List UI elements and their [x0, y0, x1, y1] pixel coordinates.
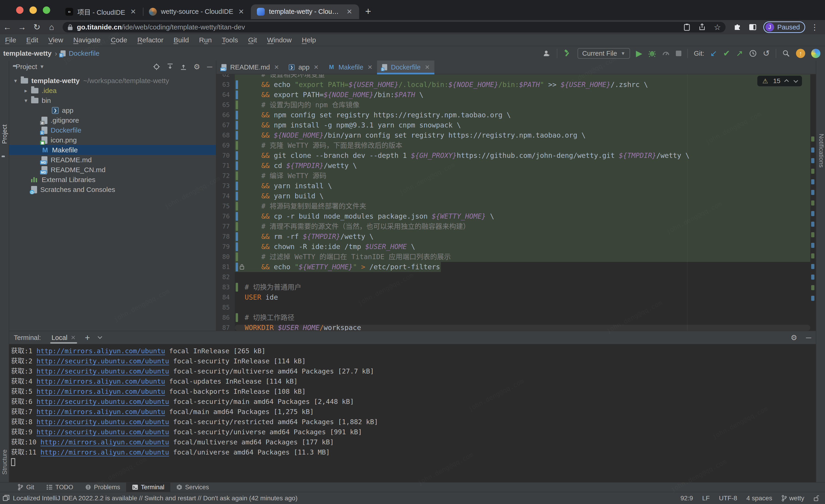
collapse-all-icon[interactable] — [180, 63, 187, 70]
tree-item-ScratchesandConsoles[interactable]: ◷Scratches and Consoles — [9, 185, 216, 194]
run-icon[interactable]: ▶ — [636, 49, 643, 58]
tool-window-button-problems[interactable]: Problems — [79, 483, 126, 492]
menu-git[interactable]: Git — [243, 36, 262, 44]
code-line[interactable]: 85 — [216, 303, 810, 313]
menu-refactor[interactable]: Refactor — [132, 36, 168, 44]
tool-button-structure[interactable]: Structure — [1, 449, 8, 475]
close-icon[interactable]: ✕ — [367, 64, 372, 71]
code-line[interactable]: 72 # 编译 WeTTY 源码 — [216, 171, 810, 181]
inspections-widget[interactable]: ⚠ 15 — [757, 76, 802, 86]
caret-position[interactable]: 92:9 — [680, 495, 693, 502]
run-config-select[interactable]: Current File ▼ — [578, 48, 630, 59]
url-bar[interactable]: go.titanide.cn/ide/web/coding/template-w… — [63, 22, 726, 32]
error-stripe[interactable] — [810, 74, 816, 331]
chevron-down-icon[interactable]: ▾ — [21, 97, 31, 104]
code-line[interactable]: 76 && cp -r build node_modules package.j… — [216, 211, 810, 222]
user-account-icon[interactable] — [542, 49, 551, 58]
tree-item-.gitignore[interactable]: ⊘.gitignore — [9, 115, 216, 125]
tree-item-icon.png[interactable]: ▦icon.png — [9, 135, 216, 145]
new-tab-button[interactable]: + — [365, 6, 371, 17]
tree-item-.idea[interactable]: ▸.idea — [9, 86, 216, 95]
build-hammer-icon[interactable] — [563, 49, 572, 58]
tree-item-ExternalLibraries[interactable]: External Libraries — [9, 175, 216, 185]
debug-bug-icon[interactable] — [648, 50, 656, 57]
extensions-puzzle-icon[interactable] — [733, 23, 741, 31]
code-line[interactable]: 70 && git clone --branch dev --depth 1 $… — [216, 151, 810, 161]
expand-all-icon[interactable] — [167, 63, 173, 70]
terminal-link[interactable]: http://mirrors.aliyun.com/ubuntu — [36, 388, 165, 395]
editor-tab-app[interactable]: ❯app✕ — [284, 61, 323, 74]
terminal-link[interactable]: http://mirrors.aliyun.com/ubuntu — [36, 347, 165, 355]
terminal-link[interactable]: http://security.ubuntu.com/ubuntu — [36, 357, 169, 365]
code-line[interactable]: 80 # 过滤掉 WeTTY 的端口在 TitanIDE 应用端口列表的展示 — [216, 252, 810, 262]
tool-window-button-todo[interactable]: TODO — [40, 483, 79, 492]
tree-item-README.md[interactable]: MDREADME.md — [9, 155, 216, 165]
browser-tab[interactable]: template-wetty - CloudIDE✕ — [251, 4, 359, 19]
terminal-link[interactable]: http://mirrors.aliyun.com/ubuntu — [41, 438, 169, 446]
code-line[interactable]: 75 # 将源码复制到最终部署的文件夹 — [216, 201, 810, 211]
tool-button-notifications[interactable]: Notifications — [818, 134, 825, 168]
chevron-down-icon[interactable]: ▾ — [10, 78, 21, 84]
tool-window-button-git[interactable]: Git — [11, 483, 40, 492]
close-icon[interactable]: ✕ — [425, 64, 430, 71]
menu-window[interactable]: Window — [262, 36, 297, 44]
reload-icon[interactable]: ↻ — [29, 22, 44, 32]
close-icon[interactable]: ✕ — [71, 334, 76, 341]
ide-services-icon[interactable] — [811, 49, 820, 58]
menu-help[interactable]: Help — [297, 36, 321, 44]
menu-tools[interactable]: Tools — [217, 36, 243, 44]
project-panel-title[interactable]: Project — [16, 63, 37, 71]
new-terminal-icon[interactable]: + — [85, 333, 90, 343]
terminal-hide-icon[interactable]: ─ — [806, 333, 811, 342]
code-line[interactable]: 86# 切换工作路径 — [216, 313, 810, 323]
tree-item-Dockerfile[interactable]: DDockerfile — [9, 125, 216, 135]
side-panel-icon[interactable] — [749, 24, 756, 30]
code-line[interactable]: 78 && rm -rf ${TMPDIR}/wetty \ — [216, 232, 810, 242]
code-area[interactable]: 62 # 设置相关环境变量63 && echo "export PATH=${U… — [216, 74, 810, 331]
prev-warning-icon[interactable] — [784, 79, 789, 84]
terminal-link[interactable]: http://mirrors.aliyun.com/ubuntu — [36, 408, 165, 416]
menu-run[interactable]: Run — [194, 36, 217, 44]
breadcrumb-project[interactable]: template-wetty — [3, 50, 52, 57]
terminal-link[interactable]: http://security.ubuntu.com/ubuntu — [36, 428, 169, 436]
share-icon[interactable] — [699, 23, 705, 31]
breadcrumb-file[interactable]: Dockerfile — [69, 50, 99, 57]
tool-window-button-services[interactable]: Services — [170, 483, 215, 492]
search-everywhere-icon[interactable] — [782, 50, 790, 57]
clipboard-icon[interactable] — [683, 23, 690, 31]
tree-item-Makefile[interactable]: MMakefile — [9, 145, 216, 155]
close-icon[interactable]: ✕ — [346, 8, 353, 16]
maximize-window-button[interactable] — [43, 6, 50, 14]
line-ending[interactable]: LF — [702, 495, 710, 502]
tree-item-app[interactable]: ❯app — [9, 105, 216, 115]
code-line[interactable]: 64 && export PATH=${NODE_HOME}/bin:$PATH… — [216, 90, 810, 100]
code-line[interactable]: 84USER ide — [216, 292, 810, 303]
code-line[interactable]: 81 && echo "${WETTY_HOME}" > /etc/port-f… — [216, 262, 810, 272]
git-commit-icon[interactable]: ✔ — [723, 49, 730, 58]
browser-menu-icon[interactable]: ⋮ — [811, 22, 819, 32]
terminal-link[interactable]: http://security.ubuntu.com/ubuntu — [36, 367, 169, 375]
settings-gear-icon[interactable]: ⚙ — [194, 62, 200, 71]
git-branch[interactable]: wetty — [781, 495, 804, 502]
code-line[interactable]: 66 && npm config set registry https://re… — [216, 110, 810, 120]
status-message[interactable]: Localized IntelliJ IDEA 2022.2.2 is avai… — [13, 495, 297, 502]
editor-tab-Makefile[interactable]: MMakefile✕ — [323, 61, 377, 74]
menu-code[interactable]: Code — [106, 36, 132, 44]
update-available-icon[interactable]: ↑ — [796, 49, 805, 58]
tree-item-bin[interactable]: ▾bin — [9, 95, 216, 105]
next-warning-icon[interactable] — [794, 78, 798, 83]
code-line[interactable]: 63 && echo "export PATH=${USER_HOME}/.lo… — [216, 80, 810, 90]
terminal-link[interactable]: http://security.ubuntu.com/ubuntu — [36, 418, 169, 426]
code-line[interactable]: 87WORKDIR $USER_HOME/workspace — [216, 323, 810, 331]
forward-icon[interactable]: → — [15, 22, 29, 32]
menu-view[interactable]: View — [43, 36, 68, 44]
tool-windows-icon[interactable] — [3, 495, 10, 501]
profile-chip[interactable]: J Paused — [763, 21, 805, 33]
code-line[interactable]: 83# 切换为普通用户 — [216, 282, 810, 292]
tool-window-button-terminal[interactable]: Terminal — [126, 483, 170, 492]
code-line[interactable]: 79 && chown -R ide:ide /tmp $USER_HOME \ — [216, 242, 810, 252]
locate-file-icon[interactable] — [153, 63, 160, 70]
lock-status-icon[interactable] — [814, 495, 819, 501]
browser-tab[interactable]: wetty-source - CloudIDE✕ — [143, 4, 251, 19]
menu-navigate[interactable]: Navigate — [68, 36, 106, 44]
